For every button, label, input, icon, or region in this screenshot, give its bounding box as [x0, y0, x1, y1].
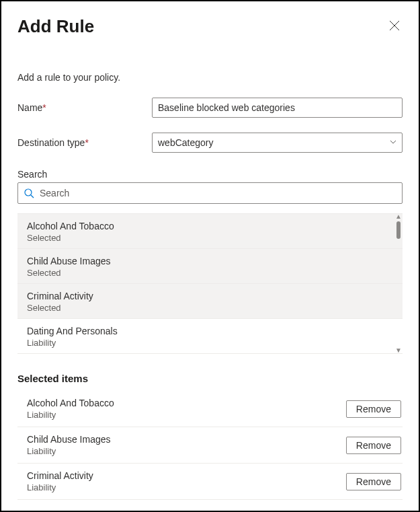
result-item[interactable]: Dating And Personals Liability — [17, 319, 403, 354]
result-item[interactable]: Child Abuse Images Selected — [17, 249, 403, 284]
svg-line-3 — [31, 195, 34, 198]
selected-heading: Selected items — [17, 373, 403, 384]
selected-sub: Liability — [27, 446, 111, 456]
search-icon — [24, 188, 34, 198]
result-item[interactable]: Alcohol And Tobacco Selected — [17, 214, 403, 249]
result-name: Alcohol And Tobacco — [27, 221, 393, 231]
name-row: Name* — [17, 98, 403, 118]
result-sub: Selected — [27, 233, 393, 243]
scroll-up-icon: ▲ — [395, 213, 402, 220]
destination-label: Destination type* — [17, 137, 152, 148]
name-label: Name* — [17, 102, 152, 113]
required-indicator: * — [42, 102, 46, 113]
remove-button[interactable]: Remove — [346, 473, 401, 490]
result-name: Child Abuse Images — [27, 256, 393, 266]
result-sub: Selected — [27, 268, 393, 278]
search-label: Search — [17, 169, 403, 180]
selected-name: Alcohol And Tobacco — [27, 398, 114, 408]
scroll-down-icon: ▼ — [395, 347, 402, 354]
add-rule-panel: Add Rule Add a rule to your policy. Name… — [0, 0, 420, 512]
result-sub: Selected — [27, 303, 393, 313]
selected-name: Child Abuse Images — [27, 434, 111, 445]
selected-item: Criminal Activity Liability Remove — [17, 464, 403, 500]
results-scrollbar[interactable]: ▲ ▼ — [394, 213, 403, 354]
selected-sub: Liability — [27, 482, 93, 492]
result-sub: Liability — [27, 338, 393, 348]
destination-select[interactable] — [152, 133, 403, 153]
close-icon — [389, 20, 400, 31]
destination-select-wrap — [152, 133, 403, 153]
results-list: Alcohol And Tobacco Selected Child Abuse… — [17, 213, 403, 354]
selected-list: Alcohol And Tobacco Liability Remove Chi… — [17, 391, 403, 500]
panel-title: Add Rule — [17, 16, 94, 37]
selected-name: Criminal Activity — [27, 470, 93, 481]
search-box[interactable] — [17, 182, 403, 204]
remove-button[interactable]: Remove — [346, 400, 401, 418]
panel-header: Add Rule — [17, 13, 403, 37]
panel-subtitle: Add a rule to your policy. — [17, 72, 403, 83]
result-item[interactable]: Criminal Activity Selected — [17, 284, 403, 319]
svg-point-2 — [25, 189, 32, 196]
remove-button[interactable]: Remove — [346, 437, 401, 454]
results-region: Alcohol And Tobacco Selected Child Abuse… — [17, 213, 403, 354]
result-name: Criminal Activity — [27, 291, 393, 301]
selected-sub: Liability — [27, 410, 114, 420]
name-input[interactable] — [152, 98, 403, 118]
selected-item: Alcohol And Tobacco Liability Remove — [17, 391, 403, 427]
destination-row: Destination type* — [17, 133, 403, 153]
close-button[interactable] — [386, 17, 403, 34]
required-indicator: * — [85, 137, 88, 148]
scroll-thumb[interactable] — [396, 221, 401, 239]
selected-item: Child Abuse Images Liability Remove — [17, 427, 403, 464]
search-input[interactable] — [34, 187, 396, 199]
result-name: Dating And Personals — [27, 326, 393, 336]
